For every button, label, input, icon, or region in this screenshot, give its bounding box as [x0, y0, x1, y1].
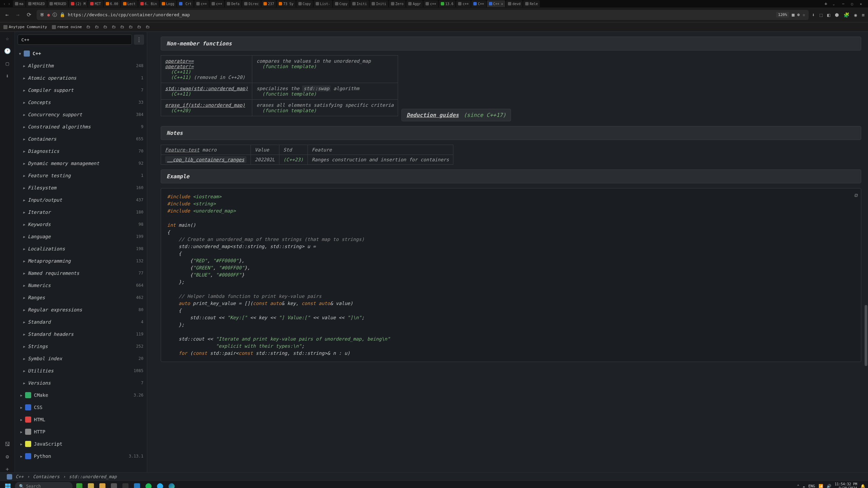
- browser-tab[interactable]: Aggr: [406, 0, 423, 7]
- tree-item[interactable]: ▶Numerics664: [15, 279, 147, 291]
- new-tab-button[interactable]: +: [822, 0, 830, 7]
- browser-tab[interactable]: (2) M: [69, 0, 87, 7]
- history-icon[interactable]: 🕐: [4, 48, 11, 54]
- tree-item[interactable]: ▶Dynamic memory management92: [15, 157, 147, 169]
- tree-item[interactable]: ▶Concurrency support384: [15, 108, 147, 121]
- deduction-guides-box[interactable]: Deduction guides (since C++17): [401, 109, 511, 121]
- tree-item[interactable]: ▶Keywords98: [15, 218, 147, 230]
- tree-item[interactable]: ▶Containers655: [15, 133, 147, 145]
- maximize-button[interactable]: ▢: [851, 2, 853, 6]
- tab-prev[interactable]: ‹: [3, 2, 5, 6]
- browser-tab[interactable]: Initi: [370, 0, 388, 7]
- browser-tab[interactable]: c++: [194, 0, 209, 7]
- translate-icon[interactable]: ⊕: [797, 12, 800, 17]
- tab-dropdown[interactable]: ⌄: [831, 2, 837, 6]
- browser-tab[interactable]: C++: [471, 0, 486, 7]
- tree-item[interactable]: ▶Standard4: [15, 316, 147, 328]
- tree-item[interactable]: ▶Regular expressions80: [15, 304, 147, 316]
- tree-item[interactable]: ▶Concepts33: [15, 96, 147, 108]
- browser-tab[interactable]: MIT: [88, 0, 103, 7]
- func-cell[interactable]: std::swap(std::unordered_map) (C++11): [161, 83, 252, 100]
- tree-item[interactable]: ▶Feature testing1: [15, 169, 147, 182]
- tree-lang-item[interactable]: ▶HTML: [15, 413, 147, 426]
- menu-icon[interactable]: ≡: [862, 12, 865, 18]
- tray-notifications-icon[interactable]: 🔔: [861, 484, 865, 488]
- downloads-icon[interactable]: ⬇: [812, 12, 815, 18]
- tray-volume-icon[interactable]: 🔊: [827, 484, 831, 488]
- tree-item[interactable]: ▶Strings252: [15, 340, 147, 352]
- tree-item[interactable]: ▶Compiler support7: [15, 84, 147, 96]
- clock[interactable]: 11:54:32 PM 9/28/2024: [835, 482, 857, 488]
- browser-tab[interactable]: Zero: [389, 0, 406, 7]
- tray-wifi-icon[interactable]: 📶: [818, 484, 823, 488]
- search-input[interactable]: [18, 35, 132, 45]
- browser-tab[interactable]: MERGED: [47, 0, 68, 7]
- download-icon[interactable]: ⬇: [6, 73, 9, 79]
- extension2-icon[interactable]: ◧: [827, 12, 830, 18]
- browser-tab[interactable]: Copy: [333, 0, 350, 7]
- settings-icon[interactable]: ⚙: [6, 453, 9, 460]
- tree-item[interactable]: ▶Metaprogramming132: [15, 255, 147, 267]
- tree-lang-item[interactable]: ▶CSS: [15, 401, 147, 413]
- crumb-cpp[interactable]: C++: [16, 474, 23, 479]
- save-icon[interactable]: 🖫: [5, 441, 10, 447]
- folder-icon[interactable]: 🗀: [95, 25, 99, 29]
- tree-item[interactable]: ▶Diagnostics70: [15, 145, 147, 157]
- forward-button[interactable]: →: [14, 10, 22, 19]
- star-icon[interactable]: ☆: [6, 35, 9, 42]
- folder-icon[interactable]: 🗀: [146, 25, 150, 29]
- folder-icon[interactable]: 🗀: [103, 25, 107, 29]
- tray-chevron[interactable]: ⌃: [797, 484, 800, 488]
- browser-tab[interactable]: c++: [456, 0, 471, 7]
- tree-item[interactable]: ▶Ranges462: [15, 291, 147, 304]
- browser-tab[interactable]: 6. Bin: [138, 0, 159, 7]
- tree-root-cpp[interactable]: ▼ C++: [15, 47, 147, 60]
- task-vscode[interactable]: [132, 482, 142, 488]
- task-spotify[interactable]: [144, 482, 153, 488]
- tree-item[interactable]: ▶Named requirements77: [15, 267, 147, 279]
- bookmark-star-icon[interactable]: ☆: [803, 12, 805, 17]
- browser-tab[interactable]: c++: [210, 0, 224, 7]
- task-terminal[interactable]: [121, 482, 130, 488]
- browser-tab[interactable]: 237: [261, 0, 276, 7]
- crumb-unordered-map[interactable]: std::unordered_map: [69, 474, 117, 479]
- account-icon[interactable]: ◉: [854, 12, 857, 18]
- folder-icon[interactable]: 🗀: [129, 25, 133, 29]
- reader-icon[interactable]: ▦: [792, 12, 794, 17]
- browser-tab[interactable]: Copy: [296, 0, 313, 7]
- minimize-button[interactable]: ─: [842, 2, 844, 6]
- browser-tab[interactable]: devd: [506, 0, 522, 7]
- func-cell[interactable]: erase_if(std::unordered_map) (C++20): [161, 100, 252, 116]
- panel-icon[interactable]: ▢: [6, 60, 9, 67]
- browser-tab[interactable]: _Crt: [177, 0, 194, 7]
- start-button[interactable]: [3, 482, 13, 488]
- tree-item[interactable]: ▶Localizations198: [15, 243, 147, 255]
- browser-tab[interactable]: c++: [423, 0, 438, 7]
- bookmark-reese[interactable]: reese ovine: [52, 25, 82, 29]
- browser-tab[interactable]: List-: [314, 0, 332, 7]
- task-files[interactable]: [98, 482, 107, 488]
- task-weather[interactable]: [75, 482, 84, 488]
- tree-item[interactable]: ▶Utilities1085: [15, 365, 147, 377]
- browser-tab[interactable]: Rele: [523, 0, 540, 7]
- browser-tab[interactable]: ma: [13, 0, 25, 7]
- tree-item[interactable]: ▶Standard headers119: [15, 328, 147, 340]
- task-app[interactable]: [109, 482, 119, 488]
- tray-cloud-icon[interactable]: ☁: [803, 484, 805, 488]
- folder-icon[interactable]: 🗀: [137, 25, 141, 29]
- browser-tab[interactable]: 73 Sy: [277, 0, 295, 7]
- tree-lang-item[interactable]: ▶Python3.13.1: [15, 450, 147, 462]
- zoom-indicator[interactable]: 120%: [776, 12, 789, 18]
- task-edge[interactable]: [167, 482, 176, 488]
- taskbar-search[interactable]: 🔍 Search: [15, 482, 73, 488]
- tree-item[interactable]: ▶Constrained algorithms9: [15, 121, 147, 133]
- extension3-icon[interactable]: ⬢: [835, 12, 839, 18]
- browser-tab[interactable]: 6.00: [104, 0, 120, 7]
- task-explorer[interactable]: [86, 482, 96, 488]
- browser-tab[interactable]: C++✕: [487, 0, 506, 7]
- tree-item[interactable]: ▶Language199: [15, 230, 147, 243]
- browser-tab[interactable]: Defa: [225, 0, 241, 7]
- browser-tab[interactable]: Initi: [350, 0, 369, 7]
- extension-icon[interactable]: ⬚: [820, 12, 822, 18]
- url-bar[interactable]: ⛨ ● ⓘ 🔒 https://devdocs.io/cpp/container…: [37, 10, 809, 20]
